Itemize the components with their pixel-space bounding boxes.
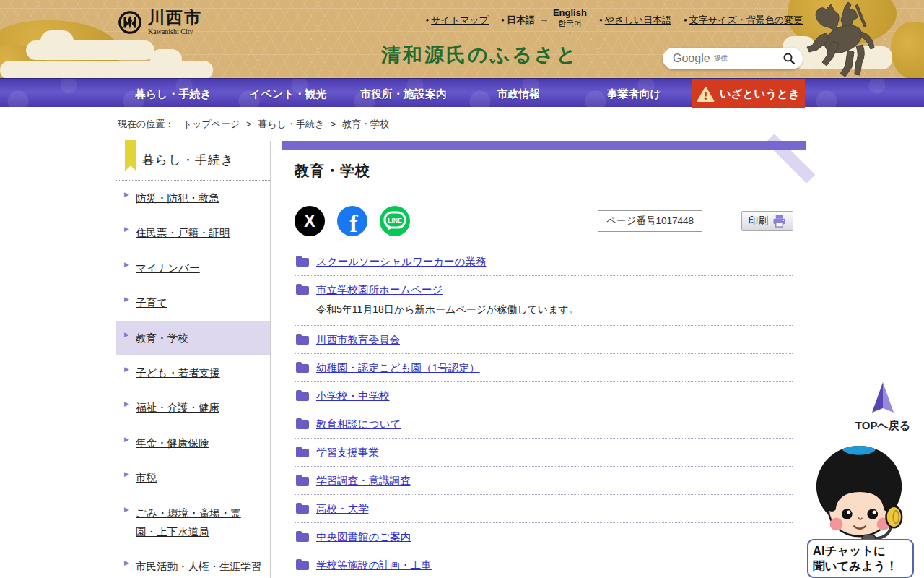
ai-chat-label[interactable]: AIチャットに 聞いてみよう！ (807, 539, 914, 578)
category-link-item: 教育相談について (295, 410, 793, 439)
svg-text:X: X (304, 212, 315, 230)
category-link-item: 高校・大学 (295, 495, 793, 523)
ai-chat-widget[interactable]: AIチャットに 聞いてみよう！ (806, 444, 915, 578)
language-option-english[interactable]: English (553, 8, 587, 19)
category-link-item: 幼稚園・認定こども園（1号認定） (295, 354, 793, 382)
main-nav-item[interactable]: 市政情報 (461, 79, 577, 108)
ai-chat-character (807, 444, 914, 545)
sidebar-item[interactable]: ▶ 年金・健康保険 (116, 426, 270, 460)
arrow-right-icon: → (539, 14, 549, 25)
folder-icon (296, 420, 309, 429)
cream-cloud-decoration (0, 61, 213, 78)
sidebar-item[interactable]: ▶ ごみ・環境・斎場・霊園・上下水道局 (116, 496, 270, 550)
category-link-item: 学校等施設の計画・工事 (295, 551, 793, 578)
search-button[interactable] (781, 51, 797, 66)
main-nav-item[interactable]: イベント・観光 (231, 79, 346, 108)
cream-cloud-decoration (26, 40, 154, 60)
sidebar-item[interactable]: ▶ 防災・防犯・救急 (116, 181, 270, 215)
triangle-bullet-icon: ▶ (124, 329, 129, 340)
triangle-bullet-icon: ▶ (124, 364, 129, 375)
category-link-item: 市立学校園所ホームページ 令和5年11月18日から新ホームページが稼働しています… (295, 276, 793, 326)
main-nav-item[interactable]: 事業者向け (576, 79, 692, 108)
x-icon: X (295, 206, 325, 236)
breadcrumb-separator: > (246, 118, 252, 129)
sidebar-item[interactable]: ▶ 子育て (116, 285, 270, 320)
main-nav-item[interactable]: 暮らし・手続き (116, 79, 231, 108)
main-content: 教育・学校 X f (282, 141, 806, 578)
triangle-bullet-icon: ▶ (124, 294, 129, 305)
share-buttons: X f LINE (295, 206, 410, 236)
triangle-bullet-icon: ▶ (124, 259, 129, 270)
page: 川西市 Kawanishi City ●サイトマップ ●日本語 → Englis… (0, 0, 924, 578)
folder-icon (296, 449, 309, 457)
sidebar-menu: ▶ 防災・防犯・救急 ▶ 住民票・戸籍・証明 ▶ マイナンバー ▶ (116, 181, 270, 578)
sidebar-title-link[interactable]: 暮らし・手続き (142, 153, 234, 167)
language-option-korean[interactable]: 한국어 (558, 19, 582, 28)
sidebar-item[interactable]: ▶ 福祉・介護・健康 (116, 390, 270, 425)
emergency-label: いざというとき (720, 87, 800, 102)
folder-icon (296, 336, 309, 345)
x-share-button[interactable]: X (295, 206, 325, 236)
folder-icon (296, 392, 309, 401)
breadcrumb: 現在の位置： トップページ > 暮らし・手続き > 教育・学校 (118, 118, 924, 131)
sidebar-item[interactable]: ▶ マイナンバー (116, 251, 270, 285)
display-settings-link[interactable]: 文字サイズ・背景色の変更 (689, 14, 803, 25)
breadcrumb-current: 教育・学校 (342, 118, 389, 129)
page-tools: X f LINE (295, 206, 793, 236)
breadcrumb-link-kurashi[interactable]: 暮らし・手続き (258, 118, 324, 129)
search-input[interactable]: Google 提供 (663, 48, 803, 69)
more-languages-icon[interactable]: ⋮ (566, 28, 573, 37)
category-link-item: 小学校・中学校 (295, 382, 793, 410)
folder-icon (296, 505, 309, 514)
back-to-top-button[interactable]: TOPへ戻る (854, 381, 912, 433)
category-link-item: 川西市教育委員会 (295, 326, 793, 354)
up-pyramid-icon (870, 381, 896, 414)
bullet-icon: ● (684, 17, 687, 23)
current-language-label: 日本語 (507, 14, 535, 25)
page-title: 教育・学校 (295, 161, 806, 181)
breadcrumb-prefix: 現在の位置： (118, 118, 174, 129)
triangle-bullet-icon: ▶ (124, 504, 129, 515)
triangle-bullet-icon: ▶ (124, 224, 129, 235)
line-icon: LINE (380, 206, 410, 236)
triangle-bullet-icon: ▶ (124, 469, 129, 480)
printer-icon (772, 215, 786, 228)
sidebar-item[interactable]: ▶ 市税 (116, 460, 270, 495)
city-name-en: Kawanishi City (148, 27, 202, 35)
emergency-button[interactable]: いざというとき (692, 79, 805, 108)
sidebar-item[interactable]: ▶ 教育・学校 (116, 321, 270, 355)
line-share-button[interactable]: LINE (380, 206, 410, 236)
bullet-icon: ● (599, 17, 603, 23)
folder-icon (296, 561, 309, 570)
triangle-bullet-icon: ▶ (124, 434, 129, 445)
site-tagline: 清和源氏のふるさと (381, 42, 578, 68)
warning-icon (697, 86, 715, 103)
facebook-share-button[interactable]: f (337, 206, 367, 236)
sidebar-item[interactable]: ▶ 住民票・戸籍・証明 (116, 215, 270, 250)
folder-icon (296, 286, 309, 295)
category-link-item: 学習調査・意識調査 (295, 467, 793, 495)
search-provider-label: Google (673, 52, 710, 65)
easy-japanese-link[interactable]: やさしい日本語 (605, 14, 671, 25)
accent-bar (282, 141, 806, 150)
breadcrumb-separator: > (331, 118, 336, 129)
sidebar-item[interactable]: ▶ 子ども・若者支援 (116, 355, 270, 390)
site-header: 川西市 Kawanishi City ●サイトマップ ●日本語 → Englis… (0, 0, 924, 78)
triangle-bullet-icon: ▶ (124, 399, 129, 410)
sidebar: 暮らし・手続き ▶ 防災・防犯・救急 ▶ 住民票・戸籍・証明 ▶ (116, 141, 271, 578)
main-nav-item[interactable]: 市役所・施設案内 (346, 79, 461, 108)
breadcrumb-link-home[interactable]: トップページ (183, 118, 240, 129)
search-icon (783, 52, 796, 65)
folder-icon (296, 258, 309, 267)
folder-icon (296, 364, 309, 373)
bookmark-ribbon-icon (125, 140, 136, 171)
print-button[interactable]: 印刷 (741, 211, 793, 231)
category-link-item: スクールソーシャルワーカーの業務 (295, 248, 793, 276)
folder-icon (296, 477, 309, 486)
sidebar-item[interactable]: ▶ 市民活動・人権・生涯学習 (116, 549, 270, 578)
svg-text:LINE: LINE (388, 217, 402, 224)
link-description: 令和5年11月18日から新ホームページが稼働しています。 (316, 303, 791, 316)
city-logo[interactable]: 川西市 Kawanishi City (118, 9, 202, 35)
sitemap-link[interactable]: サイトマップ (431, 14, 489, 25)
utility-nav: ●サイトマップ ●日本語 → English 한국어 ⋮ ●やさしい日本語 ●文… (425, 14, 803, 36)
